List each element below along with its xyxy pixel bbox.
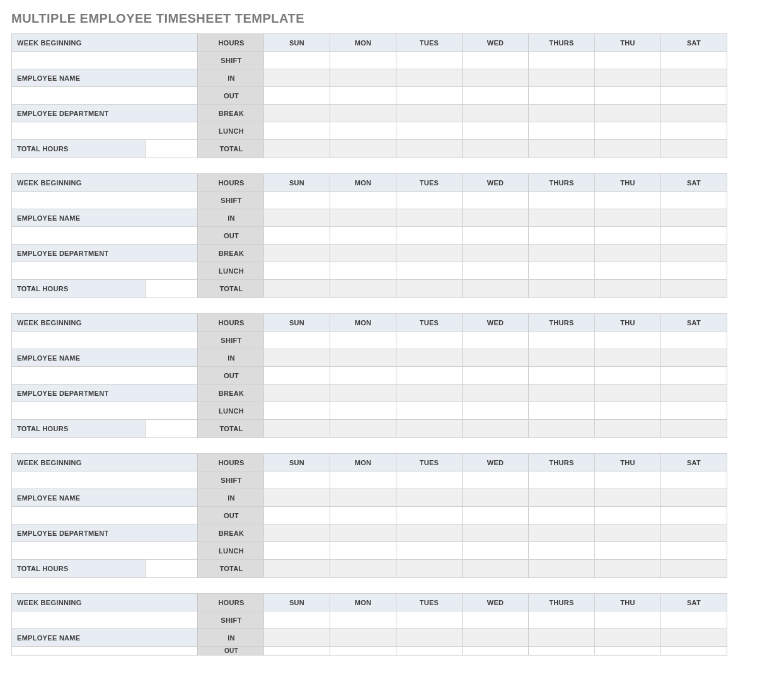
- cell-total[interactable]: [264, 280, 330, 298]
- cell-total[interactable]: [396, 140, 463, 158]
- input-employee-department[interactable]: [12, 402, 199, 420]
- cell-in[interactable]: [264, 349, 330, 367]
- cell-lunch[interactable]: [463, 122, 529, 140]
- cell-out[interactable]: [264, 367, 330, 385]
- cell-break[interactable]: [661, 245, 727, 262]
- cell-out[interactable]: [396, 227, 463, 245]
- cell-total[interactable]: [264, 420, 330, 438]
- cell-out[interactable]: [264, 227, 330, 245]
- cell-lunch[interactable]: [463, 262, 529, 280]
- cell-shift[interactable]: [264, 332, 330, 349]
- cell-lunch[interactable]: [529, 402, 595, 420]
- cell-lunch[interactable]: [264, 122, 330, 140]
- cell-break[interactable]: [330, 105, 396, 122]
- cell-out[interactable]: [529, 507, 595, 524]
- cell-out[interactable]: [595, 227, 661, 245]
- cell-out[interactable]: [529, 87, 595, 105]
- cell-lunch[interactable]: [595, 122, 661, 140]
- cell-total[interactable]: [330, 140, 396, 158]
- input-employee-name[interactable]: [12, 507, 199, 524]
- cell-lunch[interactable]: [529, 122, 595, 140]
- cell-total[interactable]: [463, 280, 529, 298]
- cell-shift[interactable]: [661, 471, 727, 489]
- cell-in[interactable]: [661, 629, 727, 647]
- cell-break[interactable]: [529, 105, 595, 122]
- cell-lunch[interactable]: [330, 122, 396, 140]
- input-week-beginning[interactable]: [12, 332, 199, 349]
- cell-total[interactable]: [595, 560, 661, 578]
- cell-break[interactable]: [396, 105, 463, 122]
- cell-shift[interactable]: [529, 192, 595, 209]
- cell-out[interactable]: [264, 507, 330, 524]
- cell-shift[interactable]: [661, 192, 727, 209]
- cell-shift[interactable]: [396, 52, 463, 69]
- input-employee-name[interactable]: [12, 227, 199, 245]
- cell-in[interactable]: [396, 349, 463, 367]
- cell-in[interactable]: [463, 69, 529, 87]
- cell-shift[interactable]: [330, 192, 396, 209]
- cell-break[interactable]: [463, 524, 529, 542]
- cell-out[interactable]: [396, 507, 463, 524]
- cell-shift[interactable]: [330, 611, 396, 629]
- cell-lunch[interactable]: [330, 402, 396, 420]
- cell-break[interactable]: [661, 524, 727, 542]
- cell-in[interactable]: [661, 489, 727, 507]
- input-week-beginning[interactable]: [12, 611, 199, 629]
- cell-shift[interactable]: [264, 611, 330, 629]
- cell-lunch[interactable]: [595, 402, 661, 420]
- input-week-beginning[interactable]: [12, 471, 199, 489]
- cell-in[interactable]: [463, 349, 529, 367]
- cell-lunch[interactable]: [330, 542, 396, 560]
- cell-out[interactable]: [595, 647, 661, 656]
- cell-shift[interactable]: [396, 471, 463, 489]
- cell-break[interactable]: [595, 245, 661, 262]
- cell-break[interactable]: [396, 385, 463, 402]
- cell-out[interactable]: [330, 227, 396, 245]
- cell-in[interactable]: [396, 209, 463, 227]
- cell-shift[interactable]: [330, 52, 396, 69]
- cell-break[interactable]: [595, 105, 661, 122]
- cell-in[interactable]: [595, 629, 661, 647]
- cell-total[interactable]: [264, 140, 330, 158]
- cell-in[interactable]: [529, 349, 595, 367]
- cell-lunch[interactable]: [661, 122, 727, 140]
- cell-total[interactable]: [661, 280, 727, 298]
- input-employee-name[interactable]: [12, 367, 199, 385]
- input-week-beginning[interactable]: [12, 192, 199, 209]
- cell-out[interactable]: [463, 367, 529, 385]
- cell-lunch[interactable]: [529, 542, 595, 560]
- cell-shift[interactable]: [661, 52, 727, 69]
- value-total-hours[interactable]: [146, 420, 197, 437]
- cell-out[interactable]: [463, 87, 529, 105]
- cell-out[interactable]: [463, 647, 529, 656]
- cell-shift[interactable]: [330, 471, 396, 489]
- cell-shift[interactable]: [463, 611, 529, 629]
- cell-out[interactable]: [396, 367, 463, 385]
- cell-out[interactable]: [330, 647, 396, 656]
- cell-break[interactable]: [264, 105, 330, 122]
- cell-lunch[interactable]: [463, 402, 529, 420]
- cell-total[interactable]: [463, 140, 529, 158]
- cell-out[interactable]: [463, 507, 529, 524]
- cell-in[interactable]: [264, 489, 330, 507]
- cell-break[interactable]: [264, 524, 330, 542]
- cell-lunch[interactable]: [661, 402, 727, 420]
- cell-in[interactable]: [330, 209, 396, 227]
- input-employee-name[interactable]: [12, 647, 199, 656]
- cell-lunch[interactable]: [396, 542, 463, 560]
- cell-in[interactable]: [595, 209, 661, 227]
- cell-break[interactable]: [463, 245, 529, 262]
- cell-out[interactable]: [330, 367, 396, 385]
- cell-shift[interactable]: [463, 471, 529, 489]
- cell-in[interactable]: [529, 69, 595, 87]
- cell-total[interactable]: [595, 280, 661, 298]
- cell-shift[interactable]: [595, 611, 661, 629]
- cell-in[interactable]: [661, 209, 727, 227]
- cell-break[interactable]: [264, 385, 330, 402]
- cell-in[interactable]: [463, 209, 529, 227]
- cell-total[interactable]: [595, 140, 661, 158]
- cell-in[interactable]: [264, 209, 330, 227]
- cell-total[interactable]: [396, 560, 463, 578]
- cell-break[interactable]: [463, 105, 529, 122]
- cell-out[interactable]: [330, 87, 396, 105]
